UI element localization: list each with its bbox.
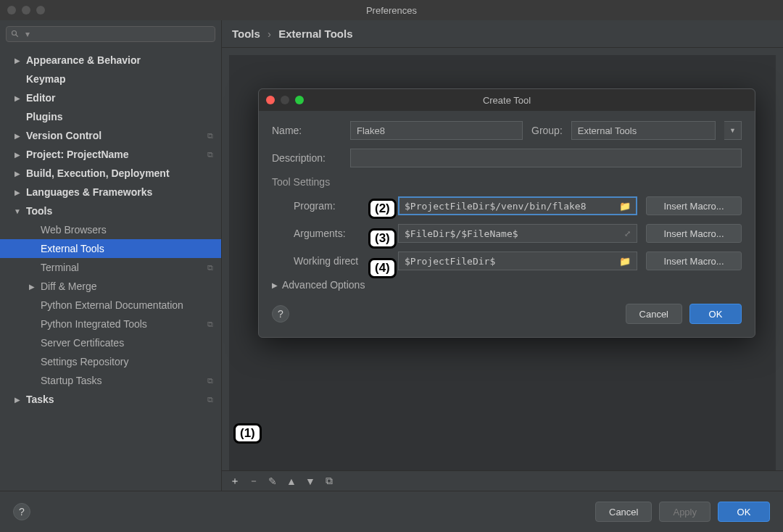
- name-input[interactable]: Flake8: [350, 121, 523, 140]
- description-input[interactable]: [350, 149, 742, 167]
- help-button[interactable]: ?: [13, 503, 30, 520]
- sidebar-item-label: Diff & Merge: [41, 280, 97, 292]
- apply-button[interactable]: Apply: [659, 502, 710, 522]
- ok-button[interactable]: OK: [718, 502, 770, 522]
- add-tool-button[interactable]: ＋: [228, 474, 242, 489]
- sidebar-item[interactable]: ▶Diff & Merge: [0, 277, 221, 296]
- rollup-icon: ⧉: [205, 149, 215, 159]
- sidebar-item[interactable]: ▶Plugins: [0, 107, 221, 126]
- chevron-right-icon: ▶: [13, 132, 22, 140]
- rollup-icon: ⧉: [205, 394, 215, 404]
- sidebar-item-label: External Tools: [41, 243, 104, 254]
- preferences-sidebar: ▾ ▶Appearance & Behavior▶Keymap▶Editor▶P…: [0, 20, 222, 491]
- insert-macro-button[interactable]: Insert Macro...: [646, 252, 742, 270]
- sidebar-item[interactable]: ▶Project: ProjectName⧉: [0, 145, 221, 164]
- cancel-button[interactable]: Cancel: [595, 502, 652, 522]
- chevron-right-icon: ▶: [13, 94, 22, 102]
- advanced-options-toggle[interactable]: ▶ Advanced Options: [272, 279, 742, 291]
- description-label: Description:: [272, 152, 341, 164]
- sidebar-item-label: Tasks: [26, 394, 54, 405]
- sidebar-item-label: Keymap: [26, 73, 65, 85]
- chevron-right-icon: ▶: [272, 281, 278, 289]
- chevron-right-icon: ▶: [13, 151, 22, 159]
- sidebar-item-label: Plugins: [26, 111, 63, 122]
- dialog-title: Create Tool: [259, 95, 755, 106]
- sidebar-item-label: Settings Repository: [41, 356, 128, 367]
- sidebar-item[interactable]: ▶Terminal⧉: [0, 258, 221, 277]
- annotation-3: (3): [368, 228, 397, 249]
- arguments-input[interactable]: $FileDir$/$FileName$ ⤢: [398, 224, 637, 243]
- dialog-cancel-button[interactable]: Cancel: [626, 304, 682, 324]
- working-dir-input[interactable]: $ProjectFileDir$ 📁: [398, 252, 637, 270]
- sidebar-item-label: Terminal: [41, 262, 79, 273]
- sidebar-item-label: Server Certificates: [41, 337, 124, 349]
- fullscreen-icon[interactable]: [36, 6, 45, 14]
- sidebar-item[interactable]: ▶Build, Execution, Deployment: [0, 164, 221, 183]
- advanced-options-label: Advanced Options: [282, 279, 365, 291]
- sidebar-item[interactable]: ▶Editor: [0, 88, 221, 107]
- sidebar-item[interactable]: ▶Python External Documentation: [0, 296, 221, 315]
- insert-macro-button[interactable]: Insert Macro...: [646, 196, 742, 215]
- preferences-tree[interactable]: ▶Appearance & Behavior▶Keymap▶Editor▶Plu…: [0, 48, 221, 491]
- rollup-icon: ⧉: [205, 262, 215, 273]
- insert-macro-button[interactable]: Insert Macro...: [646, 224, 742, 243]
- sidebar-item[interactable]: ▶Keymap: [0, 70, 221, 88]
- main-pane: Tools › External Tools Create Tool: [222, 20, 783, 491]
- sidebar-item[interactable]: ▼Tools: [0, 201, 221, 220]
- breadcrumb: Tools › External Tools: [222, 20, 783, 48]
- chevron-right-icon: ▶: [13, 57, 22, 65]
- move-up-button[interactable]: ▲: [284, 474, 299, 489]
- sidebar-item[interactable]: ▶Appearance & Behavior: [0, 51, 221, 70]
- sidebar-item-label: Languages & Frameworks: [26, 186, 152, 198]
- chevron-right-icon: ▶: [28, 283, 36, 291]
- sidebar-item-label: Python Integrated Tools: [41, 318, 147, 330]
- close-icon[interactable]: [7, 6, 16, 14]
- window-title: Preferences: [0, 5, 783, 16]
- group-select[interactable]: External Tools: [571, 121, 716, 140]
- folder-icon[interactable]: 📁: [619, 201, 631, 212]
- sidebar-item-label: Appearance & Behavior: [26, 54, 141, 66]
- preferences-footer: ? Cancel Apply OK: [0, 491, 783, 532]
- name-value: Flake8: [357, 125, 385, 136]
- sidebar-item-label: Web Browsers: [41, 224, 107, 236]
- rollup-icon: ⧉: [205, 130, 215, 141]
- edit-tool-button[interactable]: ✎: [265, 474, 280, 489]
- sidebar-item[interactable]: ▶Settings Repository: [0, 352, 221, 371]
- copy-tool-button[interactable]: ⧉: [322, 474, 336, 489]
- remove-tool-button[interactable]: －: [246, 474, 261, 489]
- move-down-button[interactable]: ▼: [303, 474, 318, 489]
- chevron-right-icon: ›: [263, 28, 276, 40]
- rollup-icon: ⧉: [205, 375, 215, 386]
- sidebar-item-label: Python External Documentation: [41, 299, 183, 311]
- program-input[interactable]: $ProjectFileDir$/venv/bin/flake8 📁: [398, 196, 637, 215]
- sidebar-item[interactable]: ▶Languages & Frameworks: [0, 183, 221, 201]
- group-label: Group:: [531, 125, 563, 136]
- sidebar-item-label: Tools: [26, 205, 52, 217]
- expand-icon[interactable]: ⤢: [624, 229, 631, 238]
- folder-icon[interactable]: 📁: [619, 256, 631, 267]
- help-button[interactable]: ?: [272, 305, 289, 323]
- sidebar-item[interactable]: ▶Version Control⧉: [0, 126, 221, 145]
- sidebar-item[interactable]: ▶Startup Tasks⧉: [0, 371, 221, 390]
- window-controls: [7, 6, 45, 14]
- chevron-right-icon: ▶: [13, 188, 22, 196]
- sidebar-item[interactable]: ▶External Tools: [0, 239, 221, 258]
- sidebar-item[interactable]: ▶Python Integrated Tools⧉: [0, 315, 221, 333]
- minimize-icon[interactable]: [22, 6, 30, 14]
- working-dir-value: $ProjectFileDir$: [405, 256, 495, 267]
- search-input[interactable]: ▾: [6, 26, 215, 42]
- dialog-ok-button[interactable]: OK: [689, 304, 742, 324]
- search-icon: [11, 30, 20, 38]
- tool-list-toolbar: ＋ － ✎ ▲ ▼ ⧉: [222, 470, 783, 491]
- annotation-1: (1): [233, 423, 262, 444]
- chevron-down-icon: ▼: [13, 207, 22, 215]
- svg-point-0: [12, 31, 17, 36]
- chevron-down-icon[interactable]: ▼: [724, 121, 742, 140]
- sidebar-item[interactable]: ▶Web Browsers: [0, 220, 221, 239]
- sidebar-item[interactable]: ▶Tasks⧉: [0, 390, 221, 409]
- program-value: $ProjectFileDir$/venv/bin/flake8: [405, 201, 586, 212]
- sidebar-item-label: Project: ProjectName: [26, 149, 129, 160]
- tool-list-area: Create Tool Name: Flake8 Group: External…: [229, 55, 776, 470]
- sidebar-item[interactable]: ▶Server Certificates: [0, 333, 221, 352]
- annotation-2: (2): [368, 199, 397, 219]
